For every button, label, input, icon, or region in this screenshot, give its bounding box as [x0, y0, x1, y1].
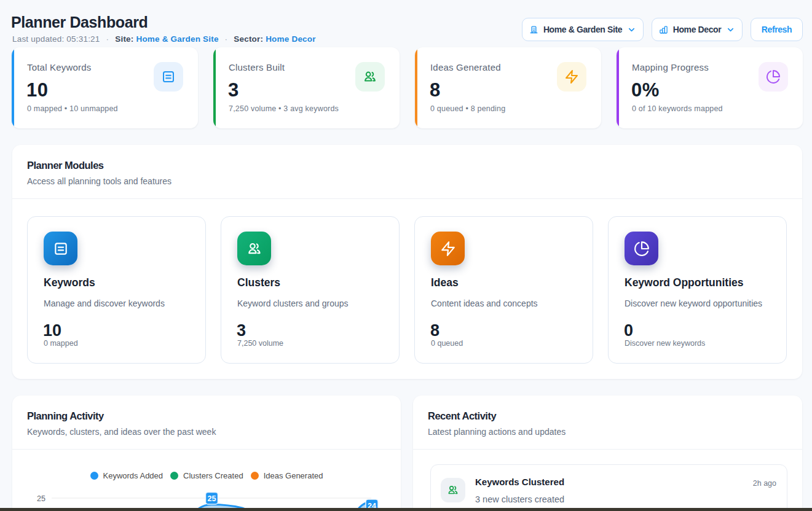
- svg-text:25: 25: [208, 494, 216, 503]
